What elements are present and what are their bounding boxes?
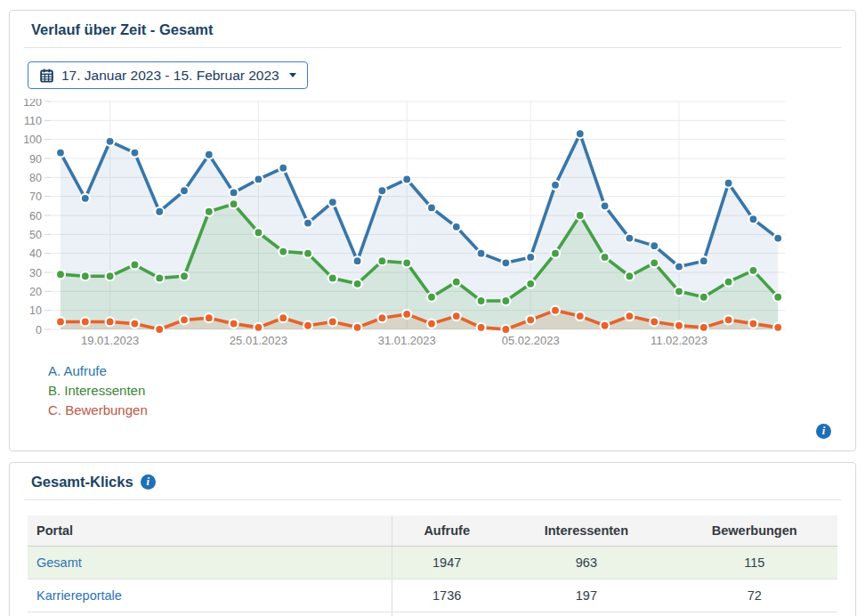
data-point — [205, 150, 214, 159]
data-point — [773, 323, 782, 332]
data-point — [402, 258, 411, 267]
data-point — [650, 241, 659, 250]
data-point — [130, 260, 139, 269]
svg-text:31.01.2023: 31.01.2023 — [378, 334, 436, 347]
line-chart: 010203040506070809010011012019.01.202325… — [19, 99, 855, 355]
portal-link[interactable]: Karriereportale — [36, 588, 122, 603]
data-point — [748, 320, 757, 328]
svg-text:19.01.2023: 19.01.2023 — [81, 334, 139, 347]
data-point — [625, 234, 634, 243]
data-point — [56, 149, 65, 158]
value-cell: 963 — [501, 547, 671, 580]
data-point — [724, 315, 733, 324]
data-point — [230, 320, 238, 328]
value-cell: 1736 — [392, 580, 502, 612]
table-row-clipped — [28, 612, 837, 616]
data-point — [155, 273, 164, 282]
data-point — [551, 306, 560, 315]
totals-card-title-text: Gesamt-Klicks — [31, 474, 133, 490]
data-point — [699, 256, 708, 265]
data-point — [501, 325, 510, 334]
data-point — [279, 164, 287, 173]
legend-item-aufrufe: A. Aufrufe — [48, 361, 855, 381]
data-point — [477, 323, 486, 332]
data-point — [230, 188, 238, 197]
data-point — [328, 273, 337, 282]
data-point — [130, 149, 139, 158]
data-point — [303, 219, 312, 228]
data-point — [106, 137, 115, 146]
data-point — [601, 201, 610, 210]
svg-text:110: 110 — [24, 115, 42, 127]
data-point — [353, 256, 362, 265]
data-point — [601, 321, 610, 330]
info-icon[interactable]: i — [141, 474, 156, 490]
data-point — [377, 313, 386, 322]
data-point — [402, 310, 411, 319]
data-point — [81, 272, 90, 280]
data-point — [106, 272, 115, 280]
svg-text:80: 80 — [29, 172, 42, 184]
data-point — [675, 287, 683, 296]
column-header-aufrufe: Aufrufe — [392, 515, 502, 547]
data-point — [699, 323, 708, 332]
data-point — [328, 198, 337, 207]
timeline-chart-svg: 010203040506070809010011012019.01.202325… — [19, 99, 797, 355]
data-point — [205, 313, 214, 322]
data-point — [699, 293, 708, 302]
svg-text:70: 70 — [29, 190, 42, 203]
date-range-button[interactable]: 17. Januar 2023 - 15. Februar 2023 — [28, 61, 308, 89]
timeline-card-title-text: Verlauf über Zeit - Gesamt — [31, 21, 213, 38]
svg-text:50: 50 — [29, 229, 42, 241]
info-icon[interactable]: i — [816, 424, 831, 439]
data-point — [501, 296, 510, 305]
date-range-label: 17. Januar 2023 - 15. Februar 2023 — [61, 68, 279, 84]
svg-text:90: 90 — [29, 153, 42, 166]
table-header-row: Portal Aufrufe Interessenten Bewerbungen — [28, 515, 837, 547]
svg-text:20: 20 — [29, 286, 42, 298]
data-point — [650, 258, 659, 267]
table-row: Karriereportale173619772 — [28, 580, 837, 612]
table-row: Gesamt1947963115 — [28, 547, 837, 580]
data-point — [576, 312, 585, 320]
data-point — [551, 181, 560, 190]
data-point — [81, 194, 90, 203]
portal-link[interactable]: Gesamt — [36, 555, 82, 570]
portal-cell: Karriereportale — [28, 580, 392, 612]
data-point — [551, 249, 560, 258]
value-cell: 72 — [671, 580, 837, 612]
data-point — [106, 317, 115, 326]
data-point — [56, 317, 65, 326]
data-point — [230, 199, 238, 208]
svg-text:05.02.2023: 05.02.2023 — [502, 334, 560, 347]
data-point — [279, 247, 287, 256]
data-point — [303, 249, 312, 258]
value-cell: 1947 — [392, 547, 502, 580]
data-point — [452, 312, 461, 320]
data-point — [130, 320, 139, 328]
data-point — [452, 223, 461, 231]
data-point — [675, 263, 683, 272]
column-header-bewerbungen: Bewerbungen — [671, 515, 837, 547]
totals-card-title: Gesamt-Klicks i — [24, 463, 841, 500]
data-point — [501, 258, 510, 267]
data-point — [427, 293, 436, 302]
data-point — [748, 266, 757, 275]
value-cell: 197 — [501, 580, 671, 612]
data-point — [576, 129, 585, 138]
timeline-card: Verlauf über Zeit - Gesamt 17. Januar 20… — [9, 10, 856, 451]
svg-text:30: 30 — [29, 267, 42, 280]
data-point — [576, 211, 585, 220]
data-point — [724, 278, 733, 287]
totals-table: Portal Aufrufe Interessenten Bewerbungen… — [28, 515, 837, 616]
timeline-card-title: Verlauf über Zeit - Gesamt — [24, 11, 841, 48]
data-point — [303, 321, 312, 330]
data-point — [625, 272, 634, 280]
data-point — [477, 296, 486, 305]
data-point — [773, 293, 782, 302]
column-header-portal: Portal — [28, 515, 392, 547]
data-point — [180, 315, 189, 324]
data-point — [427, 203, 436, 212]
data-point — [377, 186, 386, 195]
data-point — [254, 174, 263, 183]
